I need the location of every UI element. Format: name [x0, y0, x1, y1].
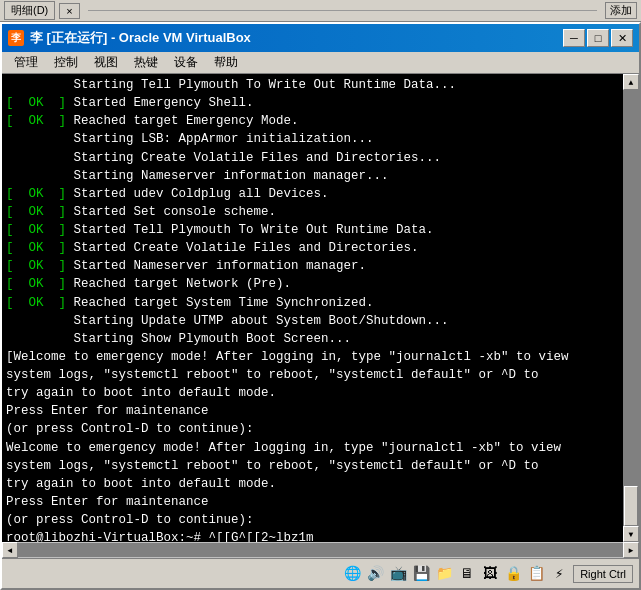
- taskbar-mingxi[interactable]: 明细(D): [4, 1, 55, 20]
- status-icons: 🌐 🔊 📺 💾 📁 🖥 🖼 🔒 📋 ⚡: [342, 564, 569, 584]
- scroll-h-track[interactable]: [18, 543, 623, 557]
- scroll-right-button[interactable]: ►: [623, 542, 639, 558]
- taskbar-close[interactable]: ×: [59, 3, 79, 19]
- virtualbox-window: 李 李 [正在运行] - Oracle VM VirtualBox ─ □ ✕ …: [0, 22, 641, 590]
- terminal-output[interactable]: Starting Tell Plymouth To Write Out Runt…: [2, 74, 623, 542]
- menu-view[interactable]: 视图: [86, 52, 126, 73]
- title-bar: 李 李 [正在运行] - Oracle VM VirtualBox ─ □ ✕: [2, 24, 639, 52]
- close-button[interactable]: ✕: [611, 29, 633, 47]
- screen-icon[interactable]: 🖼: [480, 564, 500, 584]
- window-icon: 李: [8, 30, 24, 46]
- right-ctrl-badge: Right Ctrl: [573, 565, 633, 583]
- menu-control[interactable]: 控制: [46, 52, 86, 73]
- network-icon[interactable]: 🌐: [342, 564, 362, 584]
- scroll-down-button[interactable]: ▼: [623, 526, 639, 542]
- taskbar-add[interactable]: 添加: [605, 2, 637, 19]
- scroll-up-button[interactable]: ▲: [623, 74, 639, 90]
- lock-icon[interactable]: 🔒: [503, 564, 523, 584]
- power-icon[interactable]: ⚡: [549, 564, 569, 584]
- folder-icon[interactable]: 📁: [434, 564, 454, 584]
- minimize-button[interactable]: ─: [563, 29, 585, 47]
- menu-help[interactable]: 帮助: [206, 52, 246, 73]
- window-controls: ─ □ ✕: [563, 29, 633, 47]
- horizontal-scrollbar[interactable]: ◄ ►: [2, 542, 639, 558]
- menu-bar: 管理 控制 视图 热键 设备 帮助: [2, 52, 639, 74]
- scroll-left-button[interactable]: ◄: [2, 542, 18, 558]
- taskbar-left: 明细(D) × 添加: [4, 1, 637, 20]
- status-bar: 🌐 🔊 📺 💾 📁 🖥 🖼 🔒 📋 ⚡ Right Ctrl: [2, 558, 639, 588]
- monitor-icon[interactable]: 🖥: [457, 564, 477, 584]
- menu-devices[interactable]: 设备: [166, 52, 206, 73]
- terminal-container: Starting Tell Plymouth To Write Out Runt…: [2, 74, 639, 542]
- window-title: 李 [正在运行] - Oracle VM VirtualBox: [30, 29, 557, 47]
- scroll-track[interactable]: [623, 90, 639, 526]
- vertical-scrollbar[interactable]: ▲ ▼: [623, 74, 639, 542]
- audio-icon[interactable]: 🔊: [365, 564, 385, 584]
- menu-manage[interactable]: 管理: [6, 52, 46, 73]
- storage-icon[interactable]: 💾: [411, 564, 431, 584]
- menu-hotkey[interactable]: 热键: [126, 52, 166, 73]
- clipboard-icon[interactable]: 📋: [526, 564, 546, 584]
- display-icon[interactable]: 📺: [388, 564, 408, 584]
- scroll-thumb[interactable]: [624, 486, 638, 526]
- top-taskbar: 明细(D) × 添加: [0, 0, 641, 22]
- maximize-button[interactable]: □: [587, 29, 609, 47]
